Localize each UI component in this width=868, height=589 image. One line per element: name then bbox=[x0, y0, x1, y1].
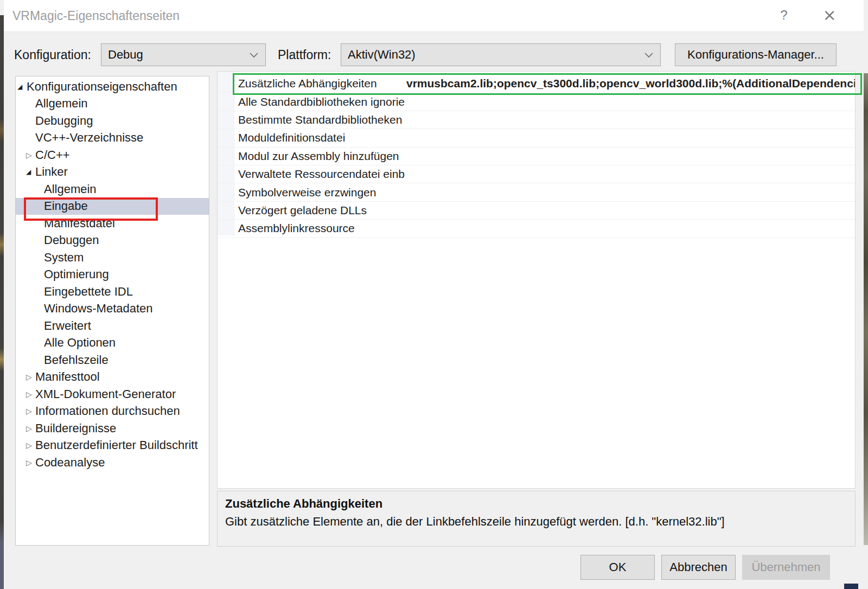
property-name: Moduldefinitionsdatei bbox=[234, 131, 405, 144]
configuration-tree-panel: ◢KonfigurationseigenschaftenAllgemeinDeb… bbox=[15, 76, 209, 546]
property-name: Verwaltete Ressourcendatei einbinden bbox=[234, 168, 405, 181]
property-row-modul-zur-assembly-hinzuf-gen[interactable]: Modul zur Assembly hinzufügen bbox=[218, 148, 855, 165]
tree-item-label: Windows-Metadaten bbox=[44, 302, 153, 316]
description-panel: Zusätzliche Abhängigkeiten Gibt zusätzli… bbox=[217, 491, 856, 547]
property-value[interactable]: vrmusbcam2.lib;opencv_ts300d.lib;opencv_… bbox=[405, 77, 855, 90]
property-name: Verzögert geladene DLLs bbox=[234, 204, 405, 217]
property-grid: Zusätzliche Abhängigkeitenvrmusbcam2.lib… bbox=[218, 75, 855, 238]
collapsed-icon[interactable]: ▷ bbox=[26, 151, 35, 159]
tree-item-befehlszeile[interactable]: Befehlszeile bbox=[16, 351, 209, 369]
tree: ◢KonfigurationseigenschaftenAllgemeinDeb… bbox=[16, 78, 209, 471]
tree-item-eingebettete-idl[interactable]: Eingebettete IDL bbox=[16, 283, 209, 300]
background-window-left-edge bbox=[0, 15, 4, 589]
property-row-verz-gert-geladene-dlls[interactable]: Verzögert geladene DLLs bbox=[218, 202, 855, 220]
tree-item-label: VC++-Verzeichnisse bbox=[35, 131, 143, 145]
collapsed-icon[interactable]: ▷ bbox=[26, 458, 35, 467]
tree-item-label: Allgemein bbox=[35, 97, 88, 111]
tree-item-label: Erweitert bbox=[44, 319, 91, 333]
property-row-alle-standardbibliotheken-ignorieren[interactable]: Alle Standardbibliotheken ignorieren bbox=[218, 93, 855, 111]
tree-item-eingabe[interactable]: Eingabe bbox=[16, 198, 209, 215]
description-title: Zusätzliche Abhängigkeiten bbox=[225, 497, 847, 511]
expanded-icon[interactable]: ◢ bbox=[26, 168, 35, 176]
tree-item-allgemein[interactable]: Allgemein bbox=[16, 95, 209, 113]
apply-button: Übernehmen bbox=[742, 555, 830, 580]
property-name: Assemblylinkressource bbox=[234, 222, 405, 235]
configuration-manager-button[interactable]: Konfigurations-Manager... bbox=[675, 43, 837, 66]
platform-dropdown[interactable]: Aktiv(Win32) bbox=[341, 43, 661, 66]
tree-item-label: Allgemein bbox=[44, 182, 97, 196]
tree-item-label: Codeanalyse bbox=[35, 456, 105, 470]
collapsed-icon[interactable]: ▷ bbox=[26, 407, 35, 415]
tree-item-label: Manifestdatei bbox=[44, 216, 115, 231]
property-name: Bestimmte Standardbibliotheken ignoriere… bbox=[234, 113, 405, 126]
tree-item-label: Debuggen bbox=[44, 233, 99, 247]
configuration-value: Debug bbox=[108, 48, 143, 62]
chevron-down-icon bbox=[249, 52, 259, 58]
tree-item-buildereignisse[interactable]: ▷Buildereignisse bbox=[16, 420, 209, 437]
ok-button[interactable]: OK bbox=[580, 555, 655, 580]
tree-item-allgemein[interactable]: Allgemein bbox=[16, 181, 209, 198]
tree-item-alle-optionen[interactable]: Alle Optionen bbox=[16, 335, 209, 352]
property-grid-panel: Zusätzliche Abhängigkeitenvrmusbcam2.lib… bbox=[217, 71, 856, 489]
tree-item-konfigurationseigenschaften[interactable]: ◢Konfigurationseigenschaften bbox=[16, 78, 209, 95]
tree-item-linker[interactable]: ◢Linker bbox=[16, 164, 209, 181]
tree-item-label: Eingabe bbox=[44, 199, 88, 213]
tree-item-label: Debugging bbox=[35, 114, 93, 128]
background-window-corner bbox=[844, 584, 858, 589]
collapsed-icon[interactable]: ▷ bbox=[26, 390, 35, 399]
tree-item-label: Buildereignisse bbox=[35, 421, 116, 436]
configuration-label: Konfiguration: bbox=[14, 48, 91, 62]
tree-item-label: XML-Dokument-Generator bbox=[35, 387, 176, 401]
tree-item-codeanalyse[interactable]: ▷Codeanalyse bbox=[16, 454, 209, 471]
tree-item-windows-metadaten[interactable]: Windows-Metadaten bbox=[16, 300, 209, 318]
tree-item-label: Optimierung bbox=[44, 267, 109, 281]
cancel-button[interactable]: Abbrechen bbox=[661, 555, 736, 580]
tree-item-label: C/C++ bbox=[35, 148, 70, 162]
tree-item-label: Benutzerdefinierter Buildschritt bbox=[35, 438, 198, 452]
collapsed-icon[interactable]: ▷ bbox=[26, 373, 35, 381]
tree-item-label: Linker bbox=[35, 165, 68, 179]
background-window-right-edge bbox=[864, 73, 868, 545]
property-name: Alle Standardbibliotheken ignorieren bbox=[234, 95, 405, 108]
property-row-symbolverweise-erzwingen[interactable]: Symbolverweise erzwingen bbox=[218, 183, 855, 201]
tree-item-system[interactable]: System bbox=[16, 249, 209, 266]
platform-label: Plattform: bbox=[278, 48, 331, 62]
tree-item-label: Eingebettete IDL bbox=[44, 285, 133, 299]
tree-item-manifesttool[interactable]: ▷Manifesttool bbox=[16, 369, 209, 386]
window-title: VRMagic-Eigenschaftenseiten bbox=[12, 0, 180, 31]
property-row-moduldefinitionsdatei[interactable]: Moduldefinitionsdatei bbox=[218, 129, 855, 147]
close-icon[interactable]: × bbox=[818, 0, 841, 31]
tree-item-label: System bbox=[44, 251, 84, 265]
property-row-assemblylinkressource[interactable]: Assemblylinkressource bbox=[218, 220, 855, 238]
property-name: Zusätzliche Abhängigkeiten bbox=[234, 77, 405, 90]
tree-item-benutzerdefinierter-buildschritt[interactable]: ▷Benutzerdefinierter Buildschritt bbox=[16, 437, 209, 454]
tree-item-optimierung[interactable]: Optimierung bbox=[16, 266, 209, 284]
tree-item-informationen-durchsuchen[interactable]: ▷Informationen durchsuchen bbox=[16, 403, 209, 420]
collapsed-icon[interactable]: ▷ bbox=[26, 441, 35, 450]
property-name: Modul zur Assembly hinzufügen bbox=[234, 150, 405, 163]
property-row-zus-tzliche-abh-ngigkeiten[interactable]: Zusätzliche Abhängigkeitenvrmusbcam2.lib… bbox=[218, 75, 855, 93]
description-text: Gibt zusätzliche Elemente an, die der Li… bbox=[225, 515, 847, 529]
tree-item-debugging[interactable]: Debugging bbox=[16, 112, 209, 130]
property-row-bestimmte-standardbibliotheken-ignorieren[interactable]: Bestimmte Standardbibliotheken ignoriere… bbox=[218, 111, 855, 129]
tree-item-label: Alle Optionen bbox=[44, 336, 116, 350]
configuration-dropdown[interactable]: Debug bbox=[101, 43, 266, 66]
tree-item-label: Befehlszeile bbox=[44, 353, 108, 367]
tree-item-label: Informationen durchsuchen bbox=[35, 404, 180, 418]
tree-item-label: Manifesttool bbox=[35, 370, 100, 384]
property-row-verwaltete-ressourcendatei-einbinden[interactable]: Verwaltete Ressourcendatei einbinden bbox=[218, 165, 855, 183]
tree-item-label: Konfigurationseigenschaften bbox=[27, 80, 177, 94]
tree-item-debuggen[interactable]: Debuggen bbox=[16, 232, 209, 249]
title-bar: VRMagic-Eigenschaftenseiten ? × bbox=[4, 0, 864, 32]
tree-item-manifestdatei[interactable]: Manifestdatei bbox=[16, 215, 209, 232]
chevron-down-icon bbox=[644, 52, 654, 58]
tree-item-vc-verzeichnisse[interactable]: VC++-Verzeichnisse bbox=[16, 130, 209, 147]
tree-item-xml-dokument-generator[interactable]: ▷XML-Dokument-Generator bbox=[16, 386, 209, 403]
help-icon[interactable]: ? bbox=[772, 0, 796, 31]
tree-item-erweitert[interactable]: Erweitert bbox=[16, 317, 209, 335]
expanded-icon[interactable]: ◢ bbox=[17, 83, 27, 91]
platform-value: Aktiv(Win32) bbox=[348, 48, 416, 62]
collapsed-icon[interactable]: ▷ bbox=[26, 424, 35, 433]
tree-item-c-c[interactable]: ▷C/C++ bbox=[16, 146, 209, 164]
property-name: Symbolverweise erzwingen bbox=[234, 186, 405, 199]
